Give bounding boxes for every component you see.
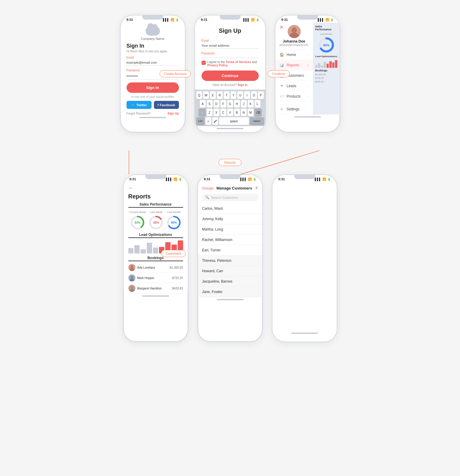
sidebar-item-products[interactable]: 🏷 Products › (275, 91, 313, 102)
perf-label-lw: Last Week (150, 211, 162, 214)
key-return[interactable]: return (250, 117, 264, 125)
mini-bar-chart (315, 60, 337, 68)
reports-title: Reports (128, 193, 183, 200)
empty-content (272, 182, 337, 331)
sidebar-item-home[interactable]: 🏠 Home › (275, 50, 313, 60)
donut-cw: 64% (130, 215, 145, 230)
sidebar-item-settings[interactable]: ⚙ Settings (275, 104, 313, 115)
products-icon: 🏷 (280, 94, 284, 99)
key-f[interactable]: F (220, 100, 226, 108)
key-x[interactable]: X (213, 109, 219, 116)
customers-header: Groups Manage Customers + (198, 185, 262, 194)
key-n[interactable]: N (241, 109, 247, 116)
bottom-row: 9:31 ▌▌▌📶🔋 ← Reports Sales Performance C… (75, 174, 385, 342)
sidebar-item-leads[interactable]: ❤ Leads › (275, 81, 313, 91)
svg-point-1 (291, 27, 297, 33)
social-buttons: 🐦 Twitter f Facebook (127, 101, 179, 109)
mbar-3 (141, 249, 146, 253)
key-y[interactable]: Y (230, 91, 236, 99)
key-h[interactable]: H (234, 100, 240, 108)
key-s[interactable]: S (207, 100, 213, 108)
key-j[interactable]: J (241, 100, 247, 108)
key-g[interactable]: G (227, 100, 233, 108)
customer-item-0[interactable]: Carlos, Ward (198, 203, 262, 214)
close-icon[interactable]: ✕ (280, 24, 283, 30)
bookings-label-mini: Bookings (315, 69, 337, 72)
donut-svg: 90% (318, 37, 335, 53)
customer-item-2[interactable]: Martha, Long (198, 224, 262, 235)
back-arrow[interactable]: ← (128, 185, 183, 191)
company-name: Company Name (127, 37, 179, 40)
signin-button[interactable]: Sign In (127, 82, 179, 93)
customer-item-6[interactable]: Howard, Carr (198, 266, 262, 276)
key-r[interactable]: R (217, 91, 223, 99)
key-delete[interactable]: ⌫ (255, 109, 262, 116)
key-numbers[interactable]: 123 (196, 117, 205, 125)
customer-item-4[interactable]: Earl, Turner (198, 245, 262, 256)
customer-item-8[interactable]: Jane, Fowler (198, 287, 262, 297)
user-name: Johanna Doe (283, 39, 305, 43)
signin-link[interactable]: Sign In (238, 83, 247, 87)
search-placeholder: Search Customers (211, 196, 238, 199)
key-w[interactable]: W (203, 91, 209, 99)
svg-text:90%: 90% (323, 43, 329, 47)
key-a[interactable]: A (200, 100, 206, 108)
customer-item-3[interactable]: Rachel, Williamson (198, 235, 262, 245)
terms-link[interactable]: Terms of Services (226, 60, 251, 64)
status-icons-5: ▌▌▌📶🔋 (240, 178, 256, 181)
bar-5 (327, 64, 329, 68)
key-i[interactable]: I (244, 91, 250, 99)
key-p[interactable]: P (258, 91, 264, 99)
customer-item-1[interactable]: Johnny, Kelly (198, 214, 262, 224)
twitter-button[interactable]: 🐦 Twitter (127, 101, 152, 109)
key-m[interactable]: M (248, 109, 254, 116)
key-k[interactable]: K (248, 100, 254, 108)
status-icons-2: ▌▌▌📶🔋 (243, 18, 259, 21)
key-o[interactable]: O (251, 91, 257, 99)
password-input-2[interactable] (202, 56, 259, 58)
key-c[interactable]: C (220, 109, 226, 116)
donut-lw: 40% (148, 215, 164, 230)
email-input-2[interactable]: Your email address (202, 43, 259, 49)
panel-title: Sales Performance (315, 25, 337, 31)
status-icons-3: ▌▌▌📶🔋 (318, 18, 333, 21)
bar-8 (335, 60, 337, 68)
avatar-margaret (128, 285, 135, 292)
booking-name-1: Ada Lovelace (137, 266, 170, 269)
key-space[interactable]: space (219, 117, 249, 125)
key-e[interactable]: E (210, 91, 216, 99)
key-mic[interactable]: 🎤 (212, 117, 218, 125)
svg-point-18 (130, 265, 133, 269)
sidebar-item-reports[interactable]: 📊 Reports ‹ (275, 60, 313, 71)
facebook-button[interactable]: f Facebook (154, 101, 179, 109)
add-customer-button[interactable]: + (255, 185, 258, 191)
terms-checkbox[interactable]: ✓ I agree to the Terms of Services and P… (202, 60, 259, 67)
key-emoji[interactable]: ☺ (205, 117, 211, 125)
customer-item-7[interactable]: Jacqueline, Barnes (198, 276, 262, 287)
lead-opt-title: Lead Optimizations (128, 233, 183, 238)
key-l[interactable]: L (255, 100, 261, 108)
checkbox-icon: ✓ (202, 61, 206, 65)
signin-title: Sign In (127, 43, 179, 49)
email-input-1[interactable]: example@email.com (127, 60, 179, 66)
key-shift[interactable]: ⇧ (199, 109, 206, 116)
key-z[interactable]: Z (207, 109, 213, 116)
key-t[interactable]: T (224, 91, 230, 99)
mbar-5 (153, 248, 158, 253)
time-1: 9:31 (127, 18, 133, 21)
chevron-customers: › (308, 74, 308, 77)
signup-link[interactable]: Sign Up (168, 112, 179, 115)
email-label-2: Email (202, 39, 259, 42)
key-d[interactable]: D (213, 100, 219, 108)
forgot-label[interactable]: Forgot Password? (127, 112, 151, 115)
key-q[interactable]: Q (196, 91, 202, 99)
privacy-link[interactable]: Privacy Policy. (208, 64, 228, 67)
groups-button[interactable]: Groups (202, 186, 214, 190)
key-u[interactable]: U (237, 91, 243, 99)
search-bar[interactable]: 🔍 Search Customers (202, 194, 258, 201)
customer-item-5[interactable]: Theresa, Peterson (198, 256, 262, 266)
key-b[interactable]: B (234, 109, 240, 116)
reports-label: Reports (219, 159, 241, 166)
continue-button[interactable]: Continue (202, 71, 259, 81)
key-v[interactable]: V (227, 109, 233, 116)
